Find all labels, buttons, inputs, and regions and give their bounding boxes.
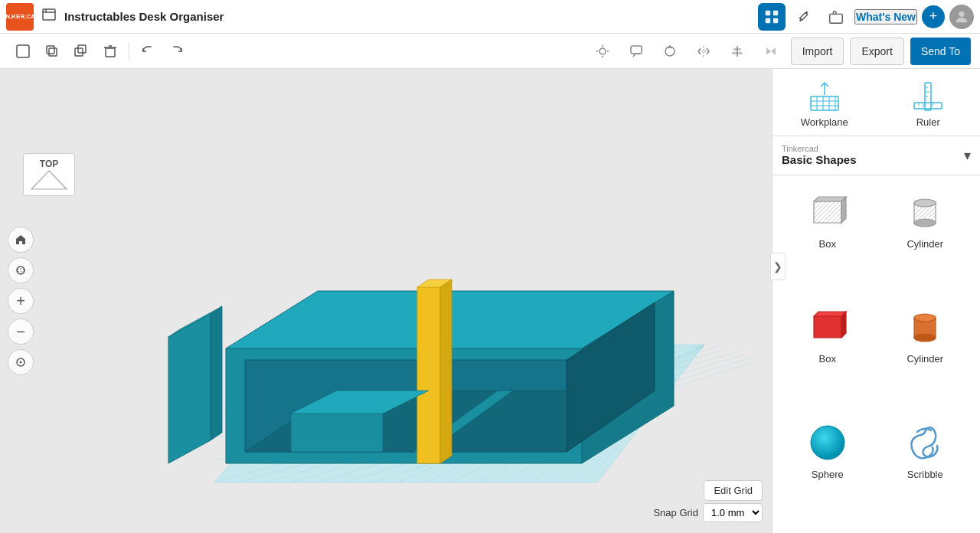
category-info: Tinkercad Basic Shapes: [782, 144, 857, 167]
snap-grid-area: Snap Grid 1.0 mm 0.5 mm 2.0 mm 5.0 mm: [653, 503, 763, 522]
svg-rect-11: [49, 48, 57, 56]
sphere-blue-icon: [805, 420, 851, 466]
cylinder-gray-icon: [902, 189, 948, 235]
workplane-ruler-bar: Workplane: [773, 69, 980, 136]
svg-marker-95: [841, 312, 846, 338]
delete-button[interactable]: [96, 38, 124, 65]
svg-rect-3: [766, 10, 770, 15]
svg-rect-6: [773, 18, 778, 22]
toolbar-right: Import Export Send To: [589, 38, 971, 65]
main-area: TOP + −: [0, 69, 980, 533]
ruler-button[interactable]: Ruler: [877, 75, 981, 132]
3d-scene: [0, 69, 750, 498]
workplane-icon: [808, 80, 841, 113]
shape-item-cylinder-gray[interactable]: Cylinder: [877, 181, 975, 296]
shape-item-cylinder-orange[interactable]: Cylinder: [877, 296, 975, 411]
box-red-icon: [805, 304, 851, 350]
shape-item-box-red[interactable]: Box: [779, 296, 877, 411]
collapse-panel-button[interactable]: ❯: [770, 253, 786, 280]
scribble-icon: [902, 420, 948, 466]
cylinder-orange-icon: [902, 304, 948, 350]
project-title: Instructables Desk Organiser: [64, 10, 753, 23]
toolbar: Import Export Send To: [0, 34, 980, 69]
svg-rect-8: [830, 14, 843, 23]
svg-rect-25: [733, 48, 741, 51]
ruler-label: Ruler: [916, 116, 940, 128]
shapes-grid: Box Cylinder: [773, 175, 980, 533]
align-button[interactable]: [724, 38, 751, 65]
cylinder-gray-label: Cylinder: [906, 238, 943, 250]
workplane-label: Workplane: [801, 116, 848, 128]
tinkercad-label: Tinkercad: [782, 144, 857, 153]
rotate-button[interactable]: [656, 38, 684, 65]
svg-point-98: [914, 334, 936, 342]
svg-rect-12: [47, 46, 54, 54]
shape-item-scribble[interactable]: Scribble: [877, 412, 975, 527]
right-panel: Workplane: [772, 69, 980, 533]
svg-rect-13: [75, 48, 83, 56]
svg-rect-10: [17, 45, 29, 57]
svg-point-92: [914, 219, 936, 227]
box-gray-label: Box: [819, 238, 836, 250]
import-button[interactable]: Import: [791, 38, 844, 65]
avatar[interactable]: [949, 5, 974, 29]
toolbar-separator: [129, 42, 129, 60]
redo-button[interactable]: [163, 38, 191, 65]
svg-rect-5: [766, 18, 770, 22]
sendto-button[interactable]: Send To: [910, 38, 971, 65]
box-red-label: Box: [819, 353, 836, 365]
comment-button[interactable]: [622, 38, 650, 65]
logo: TIN,KER,CAD: [6, 3, 34, 31]
briefcase-button[interactable]: [822, 3, 850, 31]
shape-category-bar: Tinkercad Basic Shapes ▾: [773, 136, 980, 175]
box-gray-icon: [805, 189, 851, 235]
svg-point-91: [914, 199, 936, 207]
svg-marker-64: [291, 414, 383, 452]
shape-item-sphere-blue[interactable]: Sphere: [779, 412, 877, 527]
svg-marker-66: [168, 314, 211, 463]
cylinder-orange-label: Cylinder: [906, 353, 943, 365]
snap-grid-label: Snap Grid: [653, 507, 698, 518]
flip-button[interactable]: [690, 38, 717, 65]
svg-point-18: [599, 48, 606, 54]
project-icon: [41, 7, 57, 26]
duplicate-button[interactable]: [67, 38, 95, 65]
svg-marker-88: [841, 197, 846, 223]
svg-rect-15: [106, 48, 115, 57]
top-navigation: TIN,KER,CAD Instructables Desk Organiser…: [0, 0, 980, 34]
shape-item-box-gray[interactable]: Box: [779, 181, 877, 296]
svg-marker-63: [440, 280, 452, 463]
svg-marker-94: [814, 312, 846, 316]
scribble-label: Scribble: [907, 469, 943, 480]
svg-marker-93: [814, 316, 841, 338]
export-button[interactable]: Export: [850, 38, 903, 65]
svg-rect-4: [773, 10, 778, 15]
mirror-button[interactable]: [757, 38, 785, 65]
add-user-button[interactable]: +: [922, 5, 945, 28]
svg-marker-86: [814, 201, 841, 223]
whats-new-button[interactable]: What's New: [854, 9, 917, 25]
snap-grid-select[interactable]: 1.0 mm 0.5 mm 2.0 mm 5.0 mm: [703, 503, 763, 522]
svg-rect-0: [43, 9, 55, 20]
grid-view-button[interactable]: [758, 3, 786, 31]
svg-rect-78: [914, 103, 942, 109]
svg-rect-69: [811, 96, 838, 110]
svg-point-9: [959, 11, 964, 16]
category-dropdown-button[interactable]: ▾: [964, 147, 971, 164]
workplane-button[interactable]: Workplane: [773, 75, 877, 132]
sphere-blue-label: Sphere: [812, 469, 844, 480]
svg-point-97: [914, 314, 936, 322]
category-name: Basic Shapes: [782, 153, 857, 166]
undo-button[interactable]: [134, 38, 162, 65]
copy-button[interactable]: [38, 38, 66, 65]
svg-point-99: [811, 426, 844, 459]
svg-marker-68: [211, 306, 222, 440]
hammer-view-button[interactable]: [790, 3, 818, 31]
frame-button[interactable]: [9, 38, 37, 65]
svg-rect-26: [732, 52, 743, 54]
edit-grid-button[interactable]: Edit Grid: [704, 480, 763, 501]
svg-marker-61: [417, 287, 440, 463]
canvas-area[interactable]: TOP + −: [0, 69, 772, 533]
svg-rect-23: [631, 46, 642, 54]
light-button[interactable]: [589, 38, 616, 65]
